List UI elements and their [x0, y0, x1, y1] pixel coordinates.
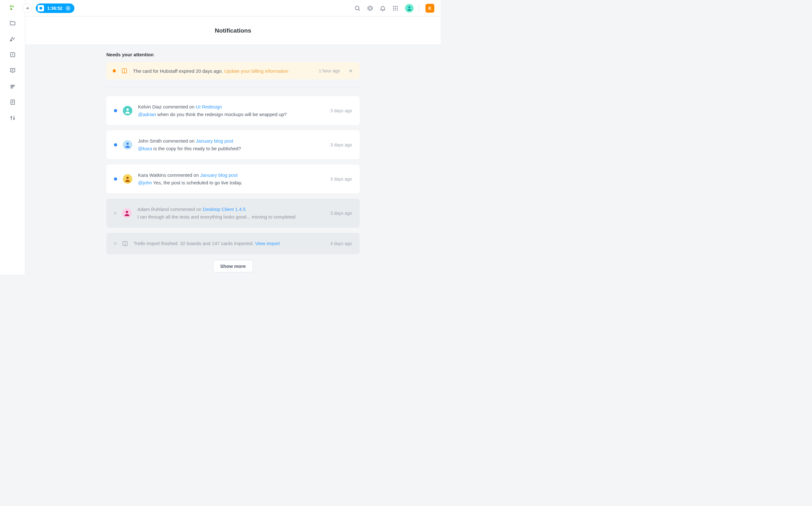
read-dot: [114, 242, 117, 245]
svg-point-26: [408, 6, 410, 8]
system-text: Trello import finished. 32 boards and 14…: [134, 241, 254, 246]
unread-dot: [114, 109, 117, 112]
notification-time: 3 days ago: [331, 142, 352, 147]
main-area: 1:36:52 i: [25, 0, 441, 274]
svg-point-22: [397, 8, 398, 9]
alert-text: The card for Hubstaff expired 20 days ag…: [133, 68, 288, 74]
notification-time: 3 days ago: [331, 176, 352, 181]
read-dot: [114, 212, 117, 215]
show-more-button[interactable]: Show more: [213, 260, 253, 272]
svg-point-29: [124, 72, 125, 72]
section-divider: [107, 87, 360, 87]
user-avatar[interactable]: [405, 4, 414, 13]
timer-info-icon[interactable]: i: [66, 6, 71, 11]
unread-dot: [114, 143, 117, 147]
notification-item[interactable]: Trello import finished. 32 boards and 14…: [107, 233, 360, 254]
mention[interactable]: @adrian: [138, 112, 156, 117]
sidebar-check-icon[interactable]: [9, 67, 16, 74]
author-name: Kara Watkins: [138, 172, 166, 178]
svg-point-24: [395, 9, 396, 10]
mention[interactable]: @kara: [138, 146, 152, 151]
user-avatar: [122, 208, 132, 218]
target-link[interactable]: January blog post: [200, 172, 238, 178]
svg-point-21: [395, 8, 396, 9]
author-name: Adam Ruhland: [137, 206, 169, 212]
unread-dot: [113, 69, 116, 72]
app-logo[interactable]: [9, 4, 16, 11]
target-link[interactable]: January blog post: [196, 138, 233, 144]
timer-value: 1:36:52: [47, 6, 62, 11]
panels-icon[interactable]: [367, 5, 373, 11]
billing-alert: The card for Hubstaff expired 20 days ag…: [107, 62, 360, 79]
notification-item[interactable]: John Smith commented on January blog pos…: [107, 130, 360, 159]
svg-rect-14: [369, 6, 371, 10]
workspace-badge[interactable]: K: [425, 4, 434, 13]
page-header: Notifications: [25, 16, 441, 45]
nav-forward-button[interactable]: [22, 3, 32, 13]
notification-body: Trello import finished. 32 boards and 14…: [134, 240, 325, 247]
notification-body: Adam Ruhland commented on Desktop Client…: [137, 205, 325, 221]
svg-point-9: [11, 117, 12, 118]
svg-point-18: [395, 6, 396, 7]
unread-dot: [114, 177, 117, 181]
sidebar-list-icon[interactable]: [9, 83, 16, 90]
svg-point-19: [397, 6, 398, 7]
svg-point-32: [126, 108, 129, 111]
sidebar-settings-icon[interactable]: [9, 114, 16, 121]
svg-point-11: [13, 118, 14, 119]
svg-point-17: [393, 6, 394, 7]
alert-time: 1 hour ago: [319, 68, 340, 73]
svg-point-34: [126, 177, 129, 179]
topbar: 1:36:52 i: [25, 0, 441, 16]
notifications-feed: Needs your attention The card for Hubsta…: [107, 45, 360, 274]
alert-icon: [122, 68, 127, 74]
message-text: when do you think the redesign mockups w…: [156, 112, 287, 117]
page-title: Notifications: [215, 27, 251, 34]
message-text: Yes, the post is scheduled to go live to…: [152, 180, 243, 185]
svg-line-13: [358, 9, 360, 10]
target-link[interactable]: UI Redesign: [196, 104, 222, 109]
notification-item[interactable]: Kelvin Diaz commented on UI Redesign @ad…: [107, 96, 360, 125]
mention[interactable]: @john: [138, 180, 152, 185]
attention-section-title: Needs your attention: [107, 52, 360, 57]
message-text: I ran through all the tests and everythi…: [137, 214, 295, 220]
divider: [419, 4, 419, 13]
svg-point-33: [126, 143, 129, 145]
svg-point-38: [125, 244, 125, 245]
svg-point-25: [397, 9, 398, 10]
notification-body: Kara Watkins commented on January blog p…: [138, 171, 325, 187]
user-avatar: [123, 174, 132, 184]
import-icon: [122, 241, 128, 246]
system-link[interactable]: View import: [255, 241, 280, 246]
content: Needs your attention The card for Hubsta…: [25, 45, 441, 274]
notification-time: 3 days ago: [331, 108, 352, 113]
message-text: is the copy for this ready to be publish…: [152, 146, 241, 151]
search-icon[interactable]: [354, 5, 360, 11]
sidebar-run-icon[interactable]: [9, 35, 16, 43]
user-avatar: [123, 106, 132, 115]
timer-pill[interactable]: 1:36:52 i: [36, 3, 74, 13]
apps-grid-icon[interactable]: [392, 5, 399, 11]
svg-point-20: [393, 8, 394, 9]
notification-item[interactable]: Kara Watkins commented on January blog p…: [107, 164, 360, 193]
alert-link[interactable]: Update your billing information: [224, 68, 288, 74]
user-avatar: [123, 140, 132, 150]
svg-point-35: [126, 211, 128, 213]
timer-stop-icon[interactable]: [38, 5, 44, 11]
author-name: Kelvin Diaz: [138, 104, 162, 109]
svg-point-12: [355, 6, 359, 10]
target-link[interactable]: Desktop Client 1.4.5: [203, 206, 246, 212]
author-name: John Smith: [138, 138, 162, 144]
svg-point-23: [393, 9, 394, 10]
notifications-bell-icon[interactable]: [380, 5, 386, 11]
notification-item[interactable]: Adam Ruhland commented on Desktop Client…: [107, 198, 360, 228]
sidebar-folder-icon[interactable]: [9, 20, 16, 26]
close-icon[interactable]: [348, 68, 353, 73]
notification-body: John Smith commented on January blog pos…: [138, 137, 325, 152]
sidebar-bolt-icon[interactable]: [9, 51, 16, 58]
notification-time: 3 days ago: [331, 210, 352, 216]
notification-body: Kelvin Diaz commented on UI Redesign @ad…: [138, 103, 325, 118]
notification-time: 4 days ago: [331, 241, 352, 246]
sidebar: [0, 0, 25, 274]
sidebar-doc-icon[interactable]: [9, 99, 16, 106]
